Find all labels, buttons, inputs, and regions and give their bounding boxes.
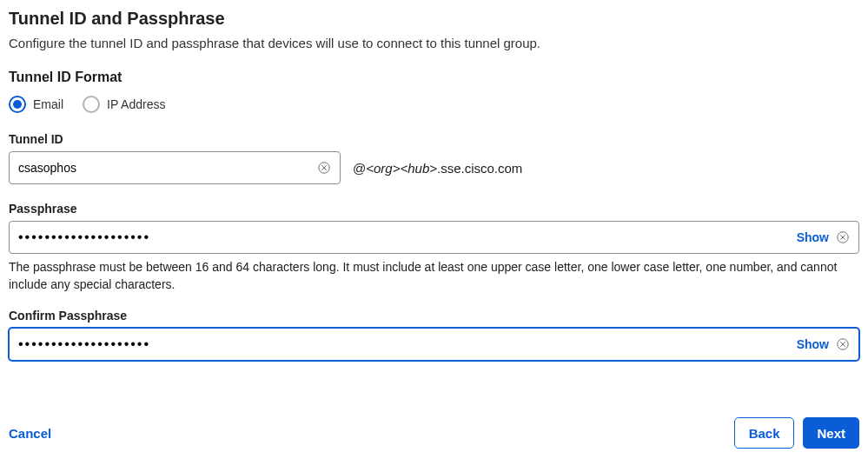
radio-ip-label: IP Address xyxy=(107,97,165,111)
radio-ip-address[interactable]: IP Address xyxy=(83,96,165,113)
tunnel-id-input[interactable] xyxy=(18,161,310,175)
suffix-hub: <hub> xyxy=(400,161,437,176)
show-confirm-passphrase-button[interactable]: Show xyxy=(797,337,829,351)
next-button[interactable]: Next xyxy=(803,417,859,449)
passphrase-input-wrap: Show xyxy=(9,221,859,254)
clear-icon[interactable] xyxy=(317,161,331,175)
format-section-label: Tunnel ID Format xyxy=(9,70,859,85)
radio-circle-icon xyxy=(9,96,26,113)
tunnel-id-suffix: @<org><hub>.sse.cisco.com xyxy=(353,161,522,176)
passphrase-help-text: The passphrase must be between 16 and 64… xyxy=(9,259,859,293)
confirm-passphrase-input-wrap: Show xyxy=(9,328,859,361)
cancel-button[interactable]: Cancel xyxy=(9,426,51,441)
clear-icon[interactable] xyxy=(836,230,850,244)
tunnel-id-label: Tunnel ID xyxy=(9,132,859,146)
page-title: Tunnel ID and Passphrase xyxy=(9,9,859,29)
tunnel-id-format-group: Email IP Address xyxy=(9,96,859,113)
clear-icon[interactable] xyxy=(836,337,850,351)
radio-email[interactable]: Email xyxy=(9,96,63,113)
radio-circle-icon xyxy=(83,96,100,113)
confirm-passphrase-input[interactable] xyxy=(18,336,790,352)
radio-email-label: Email xyxy=(33,97,63,111)
passphrase-input[interactable] xyxy=(18,230,790,245)
page-description: Configure the tunnel ID and passphrase t… xyxy=(9,36,859,50)
show-passphrase-button[interactable]: Show xyxy=(797,230,829,244)
back-button[interactable]: Back xyxy=(734,417,795,449)
suffix-org: <org> xyxy=(366,161,400,176)
suffix-at: @ xyxy=(353,161,366,176)
confirm-passphrase-label: Confirm Passphrase xyxy=(9,309,859,323)
tunnel-id-input-wrap xyxy=(9,151,341,184)
footer: Cancel Back Next xyxy=(9,417,859,449)
footer-buttons: Back Next xyxy=(734,417,859,449)
passphrase-label: Passphrase xyxy=(9,202,859,216)
suffix-domain: .sse.cisco.com xyxy=(437,161,522,176)
